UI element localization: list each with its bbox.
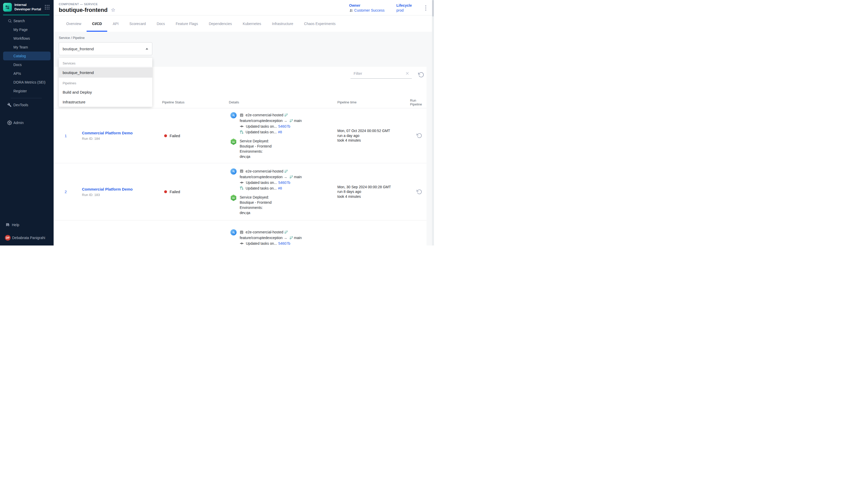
table-row: 1 Commercial Platform Demo Run ID: 184 F… (54, 108, 427, 163)
rerun-pipeline-icon[interactable] (416, 133, 422, 139)
service-pipeline-select[interactable]: boutique_frontend (59, 42, 152, 55)
sidebar-item-search[interactable]: Search (3, 17, 51, 25)
col-pipeline-status: Pipeline Status (162, 100, 229, 104)
page-title: boutique-frontend (59, 7, 107, 13)
commit-icon (240, 180, 244, 185)
status-label: Failed (169, 134, 180, 138)
run-ago: run a day ago (337, 133, 410, 138)
tab-cicd[interactable]: CI/CD (87, 16, 107, 32)
vertical-scrollbar[interactable] (432, 0, 434, 246)
sidebar-item-apis[interactable]: APIs (3, 69, 51, 78)
status-failed-dot (164, 190, 167, 193)
help-chat-icon: ? (5, 223, 10, 227)
sidebar-item-docs[interactable]: Docs (3, 60, 51, 69)
svg-text:?: ? (7, 224, 8, 226)
commit-sha-link[interactable]: 54607b (278, 240, 290, 246)
sidebar-item-my-page[interactable]: My Page (3, 25, 51, 34)
arrow-right-icon: → (284, 235, 287, 240)
sidebar-item-catalog[interactable]: Catalog (3, 52, 51, 60)
commit-message: Updated tasks on... (246, 180, 277, 185)
sidebar-item-workflows[interactable]: Workflows (3, 34, 51, 43)
pull-request-icon (240, 130, 244, 134)
source-branch: feature/corruptedexception (240, 118, 283, 123)
tab-feature-flags[interactable]: Feature Flags (170, 16, 203, 32)
sidebar-item-devtools[interactable]: DevTools (3, 100, 51, 109)
rerun-pipeline-icon[interactable] (416, 189, 422, 195)
pr-number-link[interactable]: #8 (278, 185, 282, 191)
sidebar-item-label: APIs (13, 71, 21, 76)
commit-icon (240, 124, 244, 128)
tab-dependencies[interactable]: Dependencies (203, 16, 237, 32)
environments-value: dev,qa (240, 210, 272, 215)
run-timestamp: Mon, 07 Oct 2024 00:00:52 GMT (337, 128, 410, 133)
commit-sha-link[interactable]: 54607b (278, 123, 290, 129)
dropdown-option-build-and-deploy[interactable]: Build and Deploy (59, 87, 152, 97)
col-pipeline-time: Pipeline time (337, 100, 410, 104)
run-id: Run ID: 183 (82, 193, 162, 197)
sidebar-item-register[interactable]: Register (3, 87, 51, 95)
lifecycle-value: prod (396, 8, 412, 12)
favorite-star-icon[interactable] (111, 7, 116, 12)
sidebar-item-label: My Page (13, 28, 28, 32)
run-index-link[interactable]: 2 (54, 190, 82, 194)
owner-link[interactable]: Customer Success (349, 8, 384, 12)
main-area: COMPONENT — SERVICE boutique-frontend Ow… (54, 0, 434, 246)
refresh-icon[interactable] (418, 72, 424, 78)
tab-overview[interactable]: Overview (61, 16, 87, 32)
pr-message: Updated tasks on... (246, 185, 277, 191)
dropdown-option-boutique-frontend[interactable]: boutique_frontend (59, 67, 152, 78)
tab-chaos-experiments[interactable]: Chaos Experiments (299, 16, 341, 32)
ci-stage-icon (230, 229, 237, 235)
repo-icon (240, 169, 244, 173)
repo-name: e2e-commercial-hosted (246, 168, 283, 174)
deploy-label: Service Deployed: (240, 139, 272, 144)
source-branch: feature/corruptedexception (240, 235, 283, 240)
harness-logo-icon (3, 3, 12, 11)
sidebar-item-help[interactable]: ? Help (0, 221, 54, 229)
filter-input[interactable] (353, 71, 405, 76)
people-icon (349, 8, 353, 12)
deploy-service: Boutique - Frontend (240, 144, 272, 149)
run-duration: took 4 minutes (337, 138, 410, 143)
pr-number-link[interactable]: #8 (278, 129, 282, 135)
sidebar-item-label: Catalog (13, 54, 26, 58)
dropdown-option-infrastructure[interactable]: Infrastructure (59, 97, 152, 107)
branch-icon (289, 175, 293, 179)
col-details: Details (229, 100, 337, 104)
sidebar-item-admin[interactable]: Admin (3, 118, 51, 127)
tab-api[interactable]: API (107, 16, 124, 32)
scrollbar-thumb[interactable] (432, 0, 434, 17)
commit-sha-link[interactable]: 54607b (278, 180, 290, 185)
sidebar-item-label: My Team (13, 45, 28, 49)
target-branch: main (294, 174, 302, 180)
help-label: Help (12, 223, 19, 227)
tab-kubernetes[interactable]: Kubernetes (237, 16, 267, 32)
app-switcher-grid-icon[interactable] (44, 4, 51, 10)
search-icon (8, 19, 12, 23)
kebab-menu-icon[interactable] (424, 4, 428, 12)
sidebar-accent-line (3, 15, 50, 15)
sidebar: Internal Developer Portal Search My Page… (0, 0, 54, 246)
tab-docs[interactable]: Docs (151, 16, 170, 32)
sidebar-item-label: Admin (13, 121, 24, 125)
branch-icon (289, 119, 293, 122)
status-label: Failed (169, 190, 180, 194)
tab-scorecard[interactable]: Scorecard (124, 16, 151, 32)
run-index-link[interactable]: 1 (54, 134, 82, 138)
sidebar-item-my-team[interactable]: My Team (3, 43, 51, 52)
user-avatar: DP (5, 235, 10, 240)
dropdown-group-services: Services (59, 60, 152, 67)
user-menu[interactable]: DP Debabrata Panigrahi (0, 234, 54, 242)
tab-infrastructure[interactable]: Infrastructure (267, 16, 299, 32)
pipeline-name-link[interactable]: Commercial Platform Demo (82, 187, 133, 191)
sidebar-item-label: Register (13, 89, 27, 93)
pipeline-name-link[interactable]: Commercial Platform Demo (82, 131, 133, 135)
commit-icon (240, 241, 244, 246)
sidebar-item-dora-metrics[interactable]: DORA Metrics (SEI) (3, 78, 51, 87)
caret-up-icon (146, 48, 148, 50)
sidebar-item-label: DevTools (13, 103, 28, 107)
clear-filter-icon[interactable] (405, 71, 409, 75)
lifecycle-label: Lifecycle (396, 3, 412, 7)
service-pipeline-label: Service / Pipeline (59, 36, 85, 40)
arrow-right-icon: → (284, 174, 287, 180)
